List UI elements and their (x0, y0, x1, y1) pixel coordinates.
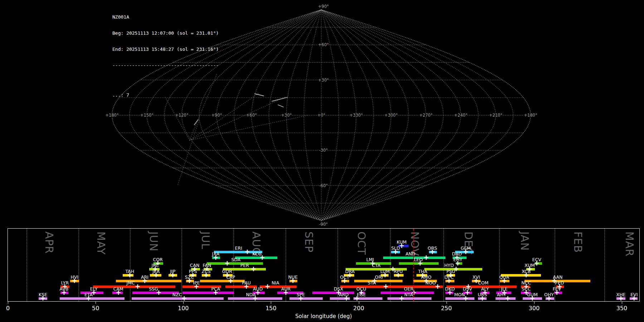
shower-label: KSE (39, 292, 47, 297)
shower-label: XHE (616, 292, 626, 297)
meteor-trail (194, 119, 198, 125)
shower-label: IPE (193, 280, 200, 286)
station-id: NZ001A (112, 14, 219, 20)
shower-label: GEM (460, 245, 470, 251)
shower-label: FAN (203, 263, 211, 268)
meteor-trail-extension (190, 115, 308, 140)
axis-tick-label: 300 (529, 305, 540, 312)
shower-label: HYD (444, 263, 454, 268)
axis-tick (271, 302, 271, 304)
shower-label: DSV (463, 286, 472, 292)
axis-tick-label: 200 (353, 305, 364, 312)
meteor-trail-extension (165, 97, 190, 140)
shower-bar (182, 292, 234, 294)
shower-label: NIA (272, 280, 279, 286)
shower-label: OCT (340, 274, 349, 280)
axis-tick-label: 350 (616, 305, 628, 312)
axis-tick (622, 302, 622, 304)
shower-label: ARD (339, 292, 348, 297)
lon-label: +0° (317, 113, 326, 118)
month-label: OCT (355, 231, 368, 255)
shower-label: GUM (527, 292, 538, 297)
axis-tick-label: 50 (92, 305, 99, 312)
shower-label: NCC (521, 280, 531, 286)
shower-label: ELY (90, 286, 98, 292)
shower-label: TAH (125, 269, 134, 274)
shower-label: DSX (334, 286, 343, 292)
shower-max-marker: + (265, 283, 270, 290)
observation-info-block: NZ001A Beg: 20251113 12:07:00 (sol = 231… (112, 4, 219, 103)
shower-label: JLE (501, 286, 508, 292)
shower-label: ORI (375, 274, 383, 280)
shower-label: QUA (499, 274, 509, 280)
shower-label: XCB (522, 269, 531, 274)
shower-max-marker: + (135, 283, 141, 290)
shower-max-marker: + (250, 265, 256, 272)
shower-label: XVI (473, 274, 480, 280)
shower-label: PSU (447, 269, 455, 274)
shower-label: AHY (497, 292, 506, 297)
shower-label: AUR (281, 286, 291, 292)
shower-label: OHY (544, 292, 554, 297)
lon-label: +90° (211, 113, 222, 118)
axis-tick-label: 0 (6, 305, 10, 312)
shower-label: EHY (453, 257, 462, 262)
month-gridline (78, 229, 79, 301)
shower-label: LYR (61, 280, 69, 286)
shower-label: LMI (366, 257, 374, 262)
meteor-trail (272, 97, 287, 101)
lat-label: +30° (318, 78, 329, 83)
shower-label: AVB (59, 286, 68, 292)
meteor-observation-screen: { "info": { "lines": [ "NZ001A", "Beg: 2… (0, 0, 644, 322)
shower-label: ETA (84, 292, 93, 297)
shower-label: JRC (152, 263, 159, 268)
shower-label: NTA (404, 292, 413, 297)
month-label: MAR (623, 231, 636, 257)
axis-tick-label: 150 (265, 305, 277, 312)
lat-label: +60° (318, 42, 329, 47)
shower-label: NDA (246, 292, 255, 297)
lon-label: +30° (281, 113, 292, 118)
shower-label: DRA (345, 269, 355, 274)
shower-label: KCG (252, 251, 262, 257)
shower-label: PPS (189, 269, 197, 274)
axis-tick (534, 302, 535, 304)
axis-tick (8, 302, 8, 304)
shower-label: XUM (525, 263, 535, 268)
axis-tick (183, 302, 184, 304)
meteor-trail (255, 94, 264, 96)
shower-label: FEV (553, 286, 561, 292)
shower-bar (60, 297, 125, 300)
shower-label: PAU (242, 280, 251, 286)
shower-label: SDA (231, 257, 240, 262)
shower-label: NZC (172, 292, 182, 297)
month-label: SEP (303, 231, 315, 253)
shower-max-marker: + (244, 248, 250, 255)
lat-label: -60° (319, 183, 328, 188)
shower-label: DPC (444, 274, 454, 280)
shower-max-marker: + (181, 295, 187, 302)
shower-label: HVI (70, 274, 78, 280)
lon-label: +60° (246, 113, 257, 118)
shower-bar (225, 286, 257, 288)
shower-label: MON (454, 292, 465, 297)
shower-bar (354, 280, 402, 282)
shower-bar (289, 297, 323, 300)
month-label: JAN (518, 231, 531, 251)
shower-label: ARI (141, 274, 148, 280)
shower-label: LUM (380, 269, 390, 274)
lon-label: +180° (105, 113, 118, 118)
shower-label: SCC (522, 286, 531, 292)
month-label: FEB (572, 231, 584, 253)
shower-label: SPE (297, 292, 305, 297)
axis-tick-label: 250 (441, 305, 452, 312)
month-gridline (26, 229, 27, 301)
lat-label: -90° (319, 222, 328, 227)
month-label: MAY (95, 231, 107, 255)
activity-timeline-chart: Solar longitude (deg) APRMAYJUNJULAUGSEP… (8, 228, 640, 302)
shower-label: OER (404, 286, 413, 292)
shower-label: PCA (211, 286, 220, 292)
shower-label: ECV (532, 257, 541, 262)
shower-label: EGE (357, 292, 366, 297)
shower-label: ORS (428, 245, 437, 251)
